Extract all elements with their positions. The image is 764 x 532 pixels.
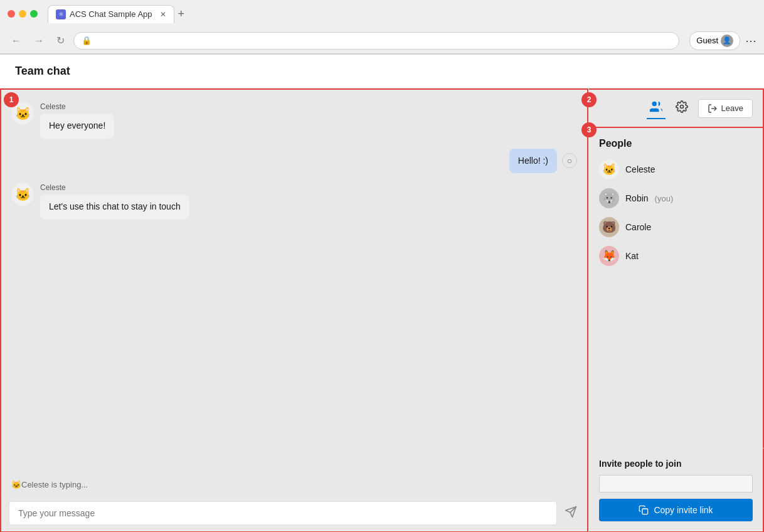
people-tab-button[interactable] <box>647 97 666 119</box>
send-button[interactable] <box>562 503 580 524</box>
tab-favicon: ⚛ <box>56 9 66 19</box>
own-message-wrap: Hello! :) ○ <box>509 149 577 174</box>
tab-title: ACS Chat Sample App <box>70 9 152 19</box>
message-row: 🐱 Celeste Let's use this chat to stay in… <box>11 183 577 220</box>
message-bubble-own: Hello! :) <box>509 149 557 174</box>
message-content: Celeste Let's use this chat to stay in t… <box>40 183 189 220</box>
list-item: 🦊 Kat <box>599 246 753 266</box>
avatar: 👤 <box>721 35 733 47</box>
svg-point-2 <box>652 102 656 106</box>
invite-link-input[interactable] <box>599 475 753 492</box>
refresh-button[interactable]: ↻ <box>53 32 68 49</box>
copy-invite-label: Copy invite link <box>654 505 713 515</box>
message-row: 🐱 Celeste Hey everyone! <box>11 102 577 139</box>
person-you-label: (you) <box>655 194 674 203</box>
invite-section: Invite people to join Copy invite link <box>589 448 764 532</box>
browser-actions: Guest 👤 ⋯ <box>689 31 756 50</box>
list-item: 🐺 Robin (you) <box>599 188 753 208</box>
traffic-lights <box>8 10 38 18</box>
guest-label: Guest <box>696 36 718 45</box>
forward-button[interactable]: → <box>30 33 48 49</box>
message-content: Celeste Hey everyone! <box>40 102 114 139</box>
avatar: 🐱 <box>11 183 34 206</box>
svg-point-3 <box>680 105 683 109</box>
avatar: 🐱 <box>11 102 34 125</box>
invite-title: Invite people to join <box>599 459 753 469</box>
maximize-button[interactable] <box>30 10 38 18</box>
message-options-button[interactable]: ○ <box>562 153 577 168</box>
message-bubble: Hey everyone! <box>40 114 114 139</box>
panel-toolbar: Leave <box>589 88 764 128</box>
active-tab[interactable]: ⚛ ACS Chat Sample App ✕ <box>48 5 174 23</box>
leave-label: Leave <box>721 104 743 113</box>
message-bubble: Let's use this chat to stay in touch <box>40 194 189 220</box>
address-bar[interactable]: 🔒 <box>73 32 679 50</box>
tab-close-icon[interactable]: ✕ <box>160 10 166 19</box>
people-heading: People <box>599 138 753 149</box>
person-name: Celeste <box>625 164 655 174</box>
typing-indicator: 🐱Celeste is typing... <box>1 475 587 494</box>
avatar: 🦊 <box>599 246 619 266</box>
person-name: Robin <box>625 193 649 203</box>
typing-text: 🐱Celeste is typing... <box>11 480 88 489</box>
list-item: 🐱 Celeste <box>599 159 753 179</box>
message-input[interactable] <box>9 501 557 525</box>
person-name: Kat <box>625 251 639 261</box>
settings-button[interactable] <box>673 98 691 119</box>
message-row: Hello! :) ○ <box>11 149 577 174</box>
page-title: Team chat <box>15 65 70 77</box>
more-options-button[interactable]: ⋯ <box>745 34 756 48</box>
guest-button[interactable]: Guest 👤 <box>689 31 740 50</box>
messages-list: 🐱 Celeste Hey everyone! Hello! :) ○ 🐱 <box>1 90 587 475</box>
message-sender: Celeste <box>40 102 114 111</box>
close-button[interactable] <box>8 10 15 18</box>
app-header: Team chat <box>0 55 764 88</box>
leave-button[interactable]: Leave <box>698 99 753 118</box>
people-section: People 🐱 Celeste 🐺 Robin (you) 🐻 Carole <box>589 128 764 448</box>
list-item: 🐻 Carole <box>599 217 753 237</box>
minimize-button[interactable] <box>19 10 26 18</box>
right-panel: 2 <box>588 88 764 532</box>
message-input-area <box>1 494 587 531</box>
avatar: 🐻 <box>599 217 619 237</box>
avatar: 🐺 <box>599 188 619 208</box>
copy-invite-button[interactable]: Copy invite link <box>599 499 753 521</box>
svg-rect-5 <box>642 509 648 514</box>
person-name: Carole <box>625 222 651 232</box>
new-tab-button[interactable]: + <box>178 8 185 21</box>
message-sender: Celeste <box>40 183 189 192</box>
back-button[interactable]: ← <box>8 33 25 49</box>
tab-bar: ⚛ ACS Chat Sample App ✕ + <box>48 5 756 23</box>
lock-icon: 🔒 <box>82 36 92 45</box>
avatar: 🐱 <box>599 159 619 179</box>
chat-area: 🐱 Celeste Hey everyone! Hello! :) ○ 🐱 <box>0 88 588 532</box>
